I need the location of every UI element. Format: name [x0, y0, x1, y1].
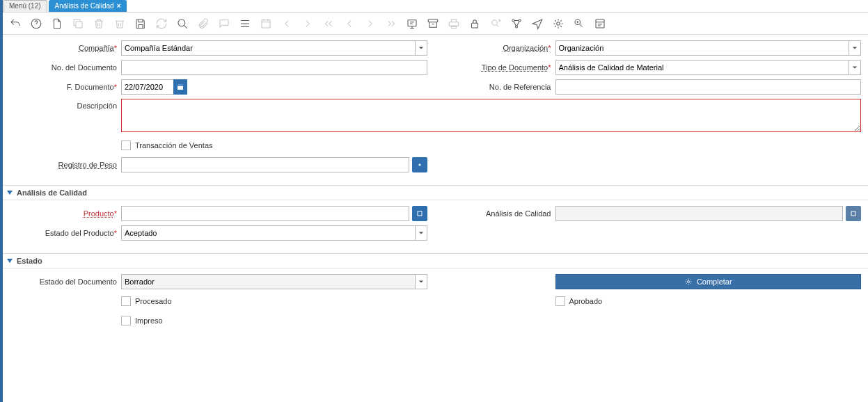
attach-icon	[196, 17, 210, 31]
product-input[interactable]	[121, 206, 409, 221]
prod-status-input[interactable]	[121, 225, 415, 241]
grid-toggle-icon[interactable]	[238, 17, 252, 31]
refresh-icon	[155, 17, 168, 31]
analysis-input	[555, 206, 844, 221]
doc-type-dropdown-button[interactable]	[849, 60, 861, 75]
svg-rect-6	[472, 23, 478, 28]
label-printed: Impreso	[135, 316, 163, 325]
svg-rect-17	[851, 211, 855, 216]
label-weight[interactable]: Registro de Peso	[58, 161, 117, 169]
label-doc-date: F. Documento	[67, 83, 114, 91]
tab-analisis-label: Análisis de Calidad	[55, 1, 114, 11]
svg-rect-1	[76, 22, 82, 28]
label-description: Descripción	[10, 99, 121, 110]
disclosure-icon[interactable]	[7, 191, 13, 195]
section-header-estado: Estado	[3, 254, 868, 268]
ref-no-input[interactable]	[555, 79, 862, 95]
processed-checkbox[interactable]	[121, 296, 131, 306]
gear-icon	[684, 278, 693, 286]
panel-analisis: Producto* Estado del Producto*	[3, 200, 868, 254]
process-icon[interactable]	[551, 17, 565, 31]
new-icon[interactable]	[50, 17, 64, 31]
svg-point-2	[178, 19, 185, 26]
svg-rect-5	[428, 19, 438, 22]
label-product[interactable]: Producto	[84, 209, 114, 218]
prod-status-dropdown-button[interactable]	[415, 225, 427, 241]
complete-button[interactable]: Completar	[555, 274, 862, 289]
archive-icon[interactable]	[426, 17, 440, 31]
delete-icon	[92, 17, 106, 31]
copy-icon	[71, 17, 85, 31]
print-icon	[447, 17, 461, 31]
undo-icon[interactable]	[8, 17, 22, 31]
tab-menu-label: Menú (12)	[9, 1, 41, 11]
detail-icon	[301, 17, 315, 31]
printed-checkbox[interactable]	[121, 316, 131, 325]
tab-analisis[interactable]: Análisis de Calidad ×	[49, 0, 127, 12]
svg-rect-16	[418, 211, 422, 216]
label-prod-status: Estado del Producto	[45, 229, 114, 237]
first-icon	[322, 17, 336, 31]
product-lookup-button[interactable]	[412, 206, 427, 221]
description-textarea[interactable]	[121, 99, 861, 132]
svg-rect-3	[262, 19, 270, 27]
calendar-icon[interactable]	[173, 79, 187, 95]
app-tabs: Menú (12) Análisis de Calidad ×	[3, 0, 868, 13]
save-icon[interactable]	[134, 17, 148, 31]
doc-status-dropdown-button[interactable]	[415, 274, 427, 289]
svg-point-10	[516, 26, 518, 28]
prev-icon	[342, 17, 356, 31]
svg-point-9	[519, 19, 521, 22]
help-icon[interactable]	[29, 17, 43, 31]
complete-button-label: Completar	[697, 278, 732, 286]
analysis-lookup-button[interactable]	[846, 206, 861, 221]
label-processed: Procesado	[135, 297, 172, 305]
svg-rect-15	[177, 85, 183, 86]
label-org[interactable]: Organización	[503, 44, 548, 52]
next-icon	[363, 17, 377, 31]
close-icon[interactable]: ×	[117, 1, 121, 11]
report-icon[interactable]	[405, 17, 419, 31]
section-header-analisis: Análisis de Calidad	[3, 186, 868, 200]
org-dropdown-button[interactable]	[849, 40, 861, 56]
org-input[interactable]	[555, 40, 849, 56]
product-info-icon[interactable]	[572, 17, 586, 31]
toolbar	[3, 13, 868, 35]
doc-date-input[interactable]	[121, 79, 173, 95]
parent-icon	[280, 17, 294, 31]
send-icon[interactable]	[530, 17, 544, 31]
company-input[interactable]	[121, 40, 415, 56]
label-ref-no: No. de Referencia	[444, 83, 555, 91]
company-dropdown-button[interactable]	[415, 40, 427, 56]
label-sales-tx: Transacción de Ventas	[135, 141, 213, 150]
label-analysis: Análisis de Calidad	[444, 209, 555, 218]
svg-point-8	[512, 19, 514, 22]
workflow-icon[interactable]	[510, 17, 523, 31]
zoom-across-icon	[489, 17, 503, 31]
label-doc-status: Estado del Documento	[10, 278, 121, 286]
section-title-estado: Estado	[17, 257, 42, 265]
doc-type-input[interactable]	[555, 60, 849, 75]
label-company[interactable]: Compañía	[79, 44, 114, 52]
tab-menu[interactable]: Menú (12)	[3, 0, 47, 12]
lock-icon[interactable]	[468, 17, 482, 31]
doc-no-input[interactable]	[121, 60, 427, 75]
approved-checkbox[interactable]	[555, 296, 565, 306]
section-title-analisis: Análisis de Calidad	[17, 188, 87, 197]
weight-input[interactable]	[121, 157, 409, 172]
doc-status-input	[121, 274, 415, 289]
svg-rect-4	[408, 19, 416, 26]
posting-icon[interactable]	[593, 17, 607, 31]
delete-detail-icon	[113, 17, 127, 31]
sales-tx-checkbox[interactable]	[121, 140, 131, 150]
svg-rect-13	[596, 19, 604, 28]
disclosure-icon[interactable]	[7, 259, 13, 263]
search-icon[interactable]	[175, 17, 189, 31]
chat-icon	[217, 17, 231, 31]
svg-point-7	[492, 19, 498, 25]
panel-estado: Estado del Documento Procesado	[3, 268, 868, 341]
svg-point-11	[557, 22, 560, 25]
label-approved: Aprobado	[569, 297, 603, 305]
weight-lookup-button[interactable]	[412, 157, 427, 172]
label-doc-type[interactable]: Tipo de Documento	[482, 63, 549, 72]
